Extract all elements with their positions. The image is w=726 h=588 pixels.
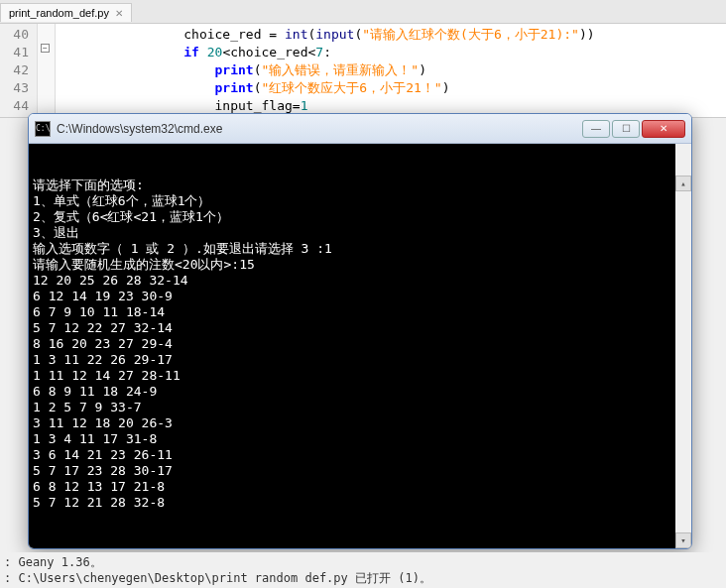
maximize-button[interactable]: ☐ [612, 120, 640, 138]
console-text: 请选择下面的选项: 1、单式（红球6个，蓝球1个） 2、复式（6<红球<21，蓝… [33, 177, 687, 548]
close-tab-icon[interactable]: ✕ [115, 8, 123, 19]
minimize-button[interactable]: — [582, 120, 610, 138]
line-number: 41 [4, 44, 29, 61]
code-body[interactable]: choice_red = int(input("请输入红球个数(大于6，小于21… [56, 24, 599, 117]
status-line-2: : C:\Users\chenyegen\Desktop\print rando… [4, 570, 722, 586]
console-titlebar[interactable]: C:\ C:\Windows\system32\cmd.exe — ☐ ✕ [29, 114, 691, 144]
code-line: if 20<choice_red<7: [60, 44, 595, 61]
file-tab[interactable]: print_random_def.py ✕ [0, 3, 132, 22]
vertical-scrollbar[interactable]: ▴ ▾ [675, 144, 691, 548]
status-area: : Geany 1.36。 : C:\Users\chenyegen\Deskt… [0, 552, 726, 588]
line-number: 42 [4, 61, 29, 79]
code-line: print("红球个数应大于6，小于21！") [60, 79, 595, 97]
window-buttons: — ☐ ✕ [582, 120, 685, 138]
fold-column: − [38, 24, 56, 117]
cmd-icon: C:\ [35, 121, 51, 137]
line-number-gutter: 40 41 42 43 44 [0, 24, 38, 117]
console-window: C:\ C:\Windows\system32\cmd.exe — ☐ ✕ 请选… [28, 113, 692, 549]
close-button[interactable]: ✕ [642, 120, 685, 138]
scroll-down-icon[interactable]: ▾ [675, 532, 691, 548]
line-number: 40 [4, 26, 29, 44]
editor-tab-bar: print_random_def.py ✕ [0, 0, 726, 24]
code-editor[interactable]: 40 41 42 43 44 − choice_red = int(input(… [0, 24, 726, 118]
fold-marker-icon[interactable]: − [41, 44, 50, 53]
tab-filename: print_random_def.py [9, 7, 109, 19]
code-line: print("输入错误，请重新输入！") [60, 61, 595, 79]
line-number: 44 [4, 97, 29, 115]
line-number: 43 [4, 79, 29, 97]
scroll-up-icon[interactable]: ▴ [675, 176, 691, 191]
status-line-1: : Geany 1.36。 [4, 554, 722, 570]
code-line: choice_red = int(input("请输入红球个数(大于6，小于21… [60, 26, 595, 44]
console-title: C:\Windows\system32\cmd.exe [57, 122, 582, 136]
console-output[interactable]: 请选择下面的选项: 1、单式（红球6个，蓝球1个） 2、复式（6<红球<21，蓝… [29, 144, 691, 548]
